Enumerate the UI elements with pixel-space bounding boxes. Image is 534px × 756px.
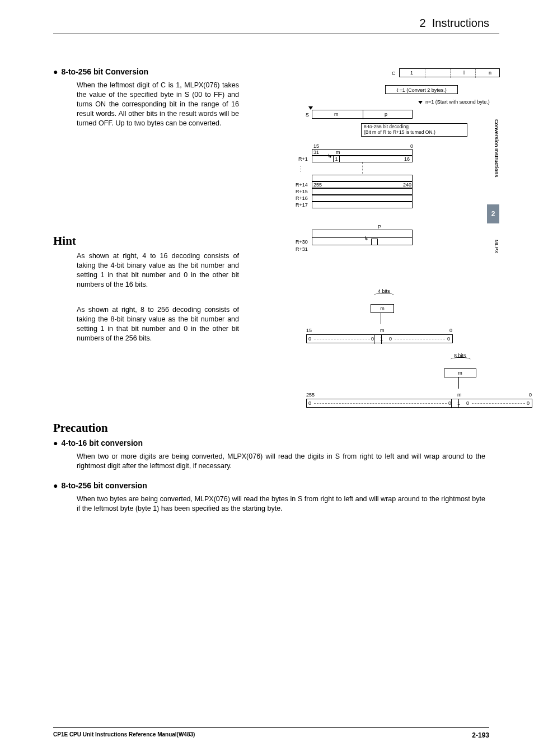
footer-page: 2-193 [472,731,489,739]
l0-8: 0 [308,400,311,406]
r0a-8: 0 [466,400,469,406]
r-row0 [312,149,413,156]
hint-para2: As shown at right, 8 to 256 decoding con… [77,305,239,343]
brace-icon-8: ⏜ [450,356,472,366]
c-label: C [392,71,396,76]
axis-0-8: 0 [529,392,532,398]
p-label: P [378,224,381,230]
brace-icon: ⏜ [373,292,395,301]
chapter-number: 2 [419,17,425,29]
precaution-sub1-heading: 4-to-16 bit conversion [53,438,484,447]
n-note: n=1 (Start with second byte.) [425,99,490,105]
n255: 255 [313,182,322,188]
precaution-title: Precaution [53,421,484,435]
diagram-8-to-256: C 1 l n ℓ =1 (Convert 2 bytes.) n=1 (Sta… [311,67,534,258]
m0: 0 [371,336,374,342]
r0b-8: 0 [527,400,530,406]
page-header: 2 Instructions [419,17,489,30]
n240: 240 [403,182,411,188]
axis-15: 15 [306,328,312,333]
axis-255: 255 [306,392,315,398]
m-box-8: m [444,368,476,377]
c-box [399,68,500,77]
decode-note-box: 8-to-256 bit decoding (Bit m of R to R+1… [361,123,467,137]
precaution-sub1-body: When two or more digits are being conver… [77,452,485,471]
diagram-8bits: 8 bits ⏜ m 255 m 0 0 0 1 0 0 [311,353,534,420]
main-content: 8-to-256 bit Conversion When the leftmos… [53,67,484,514]
precaution-sub2-body: When two bytes are being converted, MLPX… [77,494,485,514]
r14: R+14 [296,182,308,188]
r1: R+1 [298,156,308,162]
m0-8: 0 [448,400,451,406]
r0b: 0 [447,336,450,342]
header-rule [53,34,499,34]
hint-para1: As shown at right, 4 to 16 decoding cons… [77,251,239,290]
r-row15 [312,188,413,195]
bit16: 16 [404,156,410,162]
s-m: m [334,111,339,117]
r30: R+30 [296,239,308,245]
axis-m-8: m [457,392,462,398]
diagram-4bits: 4 bits ⏜ m 15 m 0 0 0 1 0 0 [311,288,534,356]
s-p: p [385,111,387,117]
r15: R+15 [296,189,308,194]
dec-note2: (Bit m of R to R+15 is turned ON.) [364,129,435,135]
r17: R+17 [296,202,308,208]
m-box-4: m [371,304,394,313]
r-row14a [312,175,413,181]
bit15: 15 [313,143,319,149]
axis-0: 0 [449,328,452,333]
m-small: m [336,150,340,155]
l-note-box: ℓ =1 (Convert 2 bytes.) [385,85,458,94]
s-label: S [306,112,309,118]
one: 1 [380,336,383,342]
footer-manual: CP1E CPU Unit Instructions Reference Man… [53,731,195,739]
bit31: 31 [313,150,319,155]
dec-note1: 8-to-256 bit decoding [364,124,409,129]
bit-one: 1 [333,156,340,162]
c-1: 1 [410,70,413,76]
c-l: l [463,70,465,76]
chapter-title: Instructions [432,17,489,29]
r-row1 [312,156,413,162]
precaution-sub2-heading: 8-to-256 bit conversion [53,481,484,490]
section1-body: When the leftmost digit of C is 1, MLPX(… [77,81,239,128]
s-box [312,110,413,119]
r-row14b [312,181,413,188]
r0a: 0 [389,336,392,342]
axis-m: m [380,328,385,333]
one-8: 1 [457,400,460,406]
bit0: 0 [410,143,413,149]
page-footer: CP1E CPU Unit Instructions Reference Man… [53,727,489,739]
c-n: n [489,70,491,76]
r-row16 [312,195,413,202]
r31: R+31 [296,246,308,252]
r16: R+16 [296,195,308,201]
r-rowbig-mid [312,237,413,238]
p-bit [371,239,378,245]
r-row17 [312,202,413,208]
l0: 0 [308,336,311,342]
